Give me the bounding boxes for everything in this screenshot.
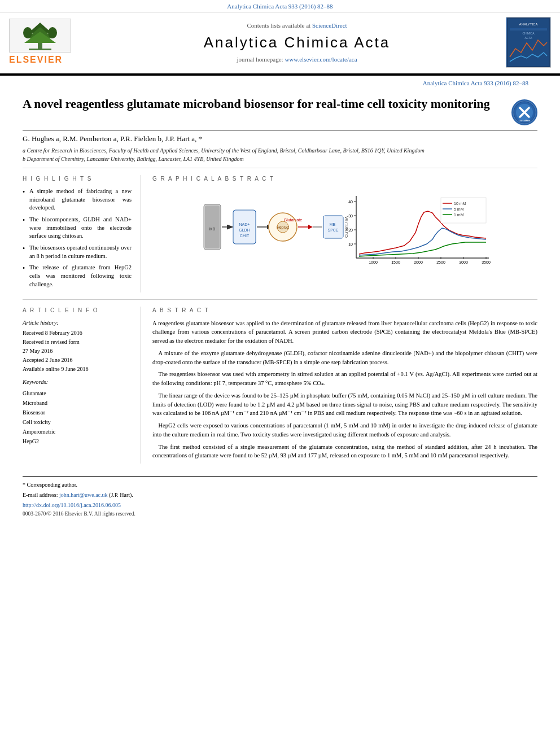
svg-rect-24 [233,210,256,244]
svg-text:5 mM: 5 mM [454,207,464,211]
graphical-abstract-label: G R A P H I C A L A B S T R A C T [152,175,537,183]
affiliation-b: b Department of Chemistry, Lancaster Uni… [23,155,537,163]
svg-text:3500: 3500 [482,260,491,264]
elsevier-logo: ELSEVIER [9,19,88,66]
journal-header: Analytica Chimica Acta 933 (2016) 82–88 [0,0,560,75]
svg-text:3000: 3000 [459,260,468,264]
svg-point-5 [23,27,32,38]
keyword-5: Amperometric [23,427,132,436]
svg-text:ANALYTICA: ANALYTICA [519,23,538,26]
svg-text:SPCE: SPCE [327,228,338,232]
article-info-column: A R T I C L E I N F O Article history: R… [23,307,141,464]
keywords-list: Glutamate Microband Biosensor Cell toxic… [23,388,132,446]
science-direct-link[interactable]: ScienceDirect [312,22,347,29]
journal-top-ref: Analytica Chimica Acta 933 (2016) 82–88 [0,0,560,12]
svg-text:20: 20 [348,228,353,232]
journal-title-center: Contents lists available at ScienceDirec… [88,21,506,64]
svg-text:GLDH: GLDH [239,228,250,232]
copyright-line: 0003-2670/© 2016 Elsevier B.V. All right… [23,510,537,518]
svg-text:MB: MB [209,227,216,231]
graphical-abstract-column: G R A P H I C A L A B S T R A C T MB [152,175,537,292]
svg-text:30: 30 [348,214,353,218]
highlight-item-1: A simple method of fabricating a new mic… [23,187,132,212]
svg-rect-37 [323,216,343,238]
highlight-item-3: The biosensors operated continuously ove… [23,244,132,260]
svg-text:10: 10 [348,242,353,246]
affiliation-a: a Centre for Research in Biosciences, Fa… [23,146,537,155]
footer-section: * Corresponding author. E-mail address: … [23,476,537,518]
abstract-label: A B S T R A C T [152,307,537,314]
article-history-block: Article history: Received 8 February 201… [23,319,132,374]
highlights-graphical-section: H I G H L I G H T S A simple method of f… [23,168,537,300]
article-info-abstract-section: A R T I C L E I N F O Article history: R… [23,300,537,471]
elsevier-wordmark: ELSEVIER [9,54,63,66]
keyword-3: Biosensor [23,408,132,417]
abstract-paragraph-2: A mixture of the enzyme glutamate dehydr… [152,349,537,367]
journal-contents-line: Contents lists available at ScienceDirec… [88,21,506,30]
abstract-paragraph-4: The linear range of the device was found… [152,391,537,418]
highlight-item-4: The release of glutamate from HepG2 cell… [23,264,132,289]
highlights-column: H I G H L I G H T S A simple method of f… [23,175,141,292]
article-title-section: A novel reagentless glutamate microband … [23,88,537,130]
keyword-6: HepG2 [23,436,132,446]
article-title: A novel reagentless glutamate microband … [23,96,511,112]
svg-text:10 mM: 10 mM [454,202,466,206]
elsevier-tree-image [9,19,71,53]
svg-text:NAD+: NAD+ [239,222,250,226]
crossmark-badge: CrossMark [511,99,537,125]
abstract-text: A reagentless glutamate biosensor was ap… [152,319,537,461]
keywords-label: Keywords: [23,378,132,387]
email-link[interactable]: john.hart@uwe.ac.uk [59,492,108,498]
highlights-label: H I G H L I G H T S [23,175,132,183]
highlights-list: A simple method of fabricating a new mic… [23,187,132,289]
svg-text:1 mM: 1 mM [454,213,464,217]
graphical-abstract-image: MB NAD+ GLDH CHIT [152,187,537,267]
accepted-date: Accepted 2 June 2016 [23,356,132,365]
abstract-column: A B S T R A C T A reagentless glutamate … [152,307,537,464]
affiliations: a Centre for Research in Biosciences, Fa… [23,145,537,168]
article-history-label: Article history: [23,319,132,327]
revised-date: 27 May 2016 [23,347,132,356]
highlight-item-2: The biocomponents, GLDH and NAD+ were im… [23,216,132,241]
svg-text:CHIT: CHIT [240,234,250,238]
journal-main-title: Analytica Chimica Acta [88,32,506,53]
journal-homepage-link[interactable]: www.elsevier.com/locate/aca [285,56,357,63]
abstract-paragraph-5: HepG2 cells were exposed to various conc… [152,421,537,439]
revised-label: Received in revised form [23,338,132,347]
corresponding-note: * Corresponding author. [23,481,537,489]
journal-cover-image: ANALYTICA CHIMICA ACTA [506,17,551,68]
article-reference: Analytica Chimica Acta 933 (2016) 82–88 [23,76,537,88]
svg-text:2000: 2000 [414,260,423,264]
svg-text:CHIMICA: CHIMICA [522,32,535,35]
keyword-2: Microband [23,398,132,408]
keyword-1: Glutamate [23,388,132,398]
article-info-label: A R T I C L E I N F O [23,307,132,314]
svg-rect-1 [29,49,51,50]
svg-point-6 [48,27,57,38]
received-date: Received 8 February 2016 [23,329,132,338]
abstract-paragraph-6: The first method consisted of a single m… [152,443,537,461]
svg-text:HepG2: HepG2 [277,225,289,230]
email-line: E-mail address: john.hart@uwe.ac.uk (J.P… [23,491,537,499]
svg-text:Glutamate: Glutamate [284,218,302,222]
svg-text:2500: 2500 [436,260,445,264]
svg-text:ACTA: ACTA [525,36,533,40]
doi-link[interactable]: http://dx.doi.org/10.1016/j.aca.2016.06.… [23,501,537,509]
article-body: Analytica Chimica Acta 933 (2016) 82–88 … [0,76,560,529]
svg-text:Current / nA: Current / nA [344,216,348,238]
abstract-paragraph-3: The reagentless biosensor was used with … [152,370,537,388]
authors-line: G. Hughes a, R.M. Pemberton a, P.R. Fiel… [23,130,537,145]
svg-text:MB-: MB- [330,222,338,226]
svg-text:CrossMark: CrossMark [519,119,531,122]
svg-text:1500: 1500 [391,260,400,264]
keyword-4: Cell toxicity [23,417,132,427]
keywords-block: Keywords: Glutamate Microband Biosensor … [23,378,132,446]
journal-header-inner: ELSEVIER Contents lists available at Sci… [0,15,560,70]
available-date: Available online 9 June 2016 [23,365,132,374]
abstract-paragraph-1: A reagentless glutamate biosensor was ap… [152,319,537,346]
svg-text:1000: 1000 [369,260,378,264]
journal-homepage-line: journal homepage: www.elsevier.com/locat… [88,55,506,64]
svg-text:40: 40 [348,200,353,204]
svg-rect-0 [38,42,42,50]
